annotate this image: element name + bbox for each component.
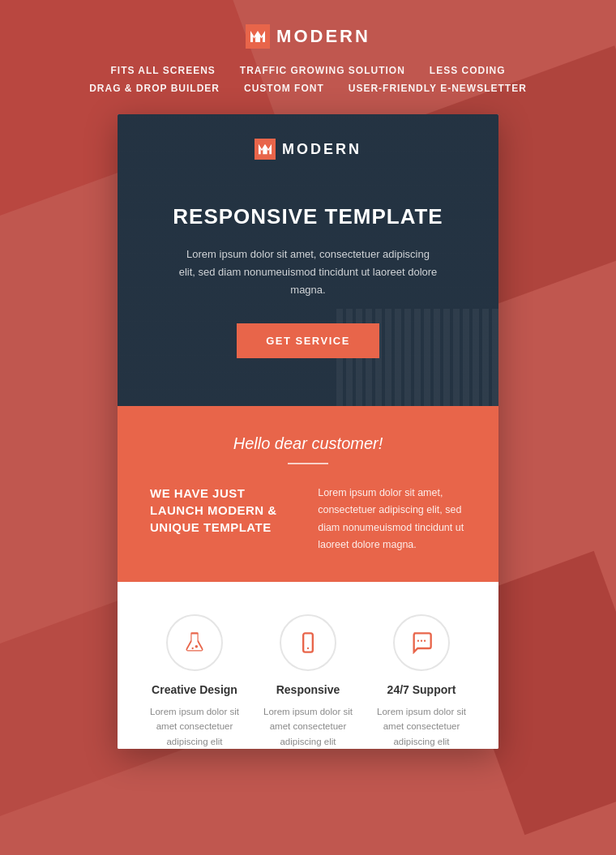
m-icon	[250, 29, 265, 44]
feature-support: 24/7 Support Lorem ipsum dolor sit amet …	[369, 614, 474, 749]
nav-item-1[interactable]: FITS ALL SCREENS	[110, 65, 215, 76]
creative-design-desc: Lorem ipsum dolor sit amet consectetuer …	[142, 704, 247, 749]
svg-point-4	[417, 640, 419, 642]
hero-description: Lorem ipsum dolor sit amet, consectetuer…	[178, 246, 438, 299]
hero-logo: MODERN	[150, 139, 466, 160]
logo-text: MODERN	[276, 26, 370, 47]
svg-point-5	[421, 640, 422, 642]
feature-responsive: Responsive Lorem ipsum dolor sit amet co…	[255, 614, 361, 749]
feature-creative-design: Creative Design Lorem ipsum dolor sit am…	[142, 614, 247, 749]
support-desc: Lorem ipsum dolor sit amet consectetuer …	[369, 704, 474, 749]
nav-item-3[interactable]: LESS CODING	[430, 65, 506, 76]
site-logo: MODERN	[57, 24, 559, 49]
mobile-icon	[297, 631, 319, 654]
divider	[288, 463, 328, 464]
svg-point-6	[424, 640, 426, 642]
salmon-section: Hello dear customer! WE HAVE JUST LAUNCH…	[118, 406, 498, 582]
svg-rect-2	[303, 633, 313, 652]
salmon-text: Lorem ipsum dolor sit amet, consectetuer…	[318, 485, 466, 554]
creative-design-icon-circle	[166, 614, 223, 671]
flask-icon	[183, 631, 206, 654]
hero-content: MODERN RESPONSIVE TEMPLATE Lorem ipsum d…	[150, 139, 466, 358]
right-column: Lorem ipsum dolor sit amet, consectetuer…	[318, 485, 466, 554]
chat-icon	[410, 631, 433, 654]
hero-m-icon	[259, 143, 272, 155]
nav-item-4[interactable]: DRAG & DROP BUILDER	[89, 83, 220, 94]
greeting-text: Hello dear customer!	[150, 434, 466, 453]
nav-item-5[interactable]: CUSTOM FONT	[244, 83, 324, 94]
features-row: Creative Design Lorem ipsum dolor sit am…	[142, 614, 474, 749]
responsive-title: Responsive	[255, 683, 361, 696]
hero-logo-icon	[255, 139, 276, 160]
svg-point-1	[192, 648, 194, 649]
hero-logo-text: MODERN	[282, 141, 361, 158]
left-column: WE HAVE JUST LAUNCH MODERN & UNIQUE TEMP…	[150, 485, 302, 554]
nav-bar: FITS ALL SCREENS TRAFFIC GROWING SOLUTIO…	[57, 65, 559, 94]
creative-design-title: Creative Design	[142, 683, 247, 696]
hero-section: MODERN RESPONSIVE TEMPLATE Lorem ipsum d…	[118, 114, 498, 406]
svg-point-3	[307, 648, 309, 649]
svg-point-0	[195, 645, 199, 648]
hero-title: RESPONSIVE TEMPLATE	[150, 204, 466, 229]
nav-item-2[interactable]: TRAFFIC GROWING SOLUTION	[240, 65, 405, 76]
support-title: 24/7 Support	[369, 683, 474, 696]
features-section: Creative Design Lorem ipsum dolor sit am…	[118, 582, 498, 749]
get-service-button[interactable]: GET SERVICE	[237, 323, 379, 358]
main-card: MODERN RESPONSIVE TEMPLATE Lorem ipsum d…	[118, 114, 498, 749]
support-icon-circle	[393, 614, 450, 671]
two-column: WE HAVE JUST LAUNCH MODERN & UNIQUE TEMP…	[150, 485, 466, 554]
nav-item-6[interactable]: USER-FRIENDLY E-NEWSLETTER	[349, 83, 527, 94]
salmon-heading: WE HAVE JUST LAUNCH MODERN & UNIQUE TEMP…	[150, 485, 302, 536]
logo-icon	[246, 24, 270, 49]
site-header: MODERN FITS ALL SCREENS TRAFFIC GROWING …	[57, 24, 559, 94]
responsive-icon-circle	[280, 614, 336, 671]
responsive-desc: Lorem ipsum dolor sit amet consectetuer …	[255, 704, 361, 749]
